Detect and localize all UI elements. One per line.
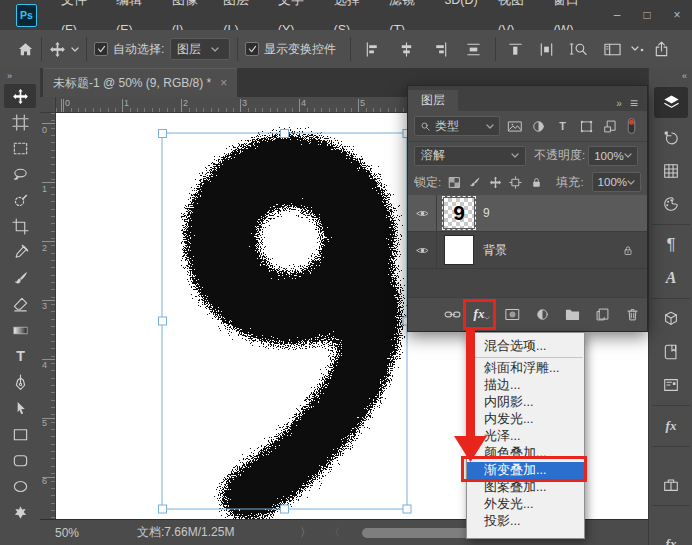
3d-panel-icon[interactable]: [654, 305, 688, 332]
auto-select-dropdown[interactable]: 图层: [170, 38, 230, 60]
layer-actions-bar: fx: [408, 297, 647, 330]
workspace-panel-icon[interactable]: [603, 41, 622, 58]
styles-panel-icon[interactable]: fx: [654, 412, 688, 439]
prev-chevron-icon[interactable]: 〈: [329, 525, 340, 540]
lock-row: 锁定: 填充: 100%: [408, 169, 647, 195]
layer-row-9[interactable]: 9 9: [408, 195, 647, 232]
ruler-number: 2: [183, 98, 188, 108]
move-tool-icon[interactable]: [49, 41, 66, 58]
layer-name[interactable]: 9: [483, 206, 490, 220]
lock-image-pixels-icon[interactable]: [467, 174, 483, 191]
blend-mode-dropdown[interactable]: 溶解: [414, 146, 526, 166]
delete-layer-trash-icon[interactable]: [621, 303, 643, 325]
visibility-eye-icon[interactable]: [408, 232, 437, 268]
tool-rounded-rectangle[interactable]: [4, 448, 36, 472]
filter-type-layers-icon[interactable]: T: [553, 117, 572, 136]
panel-menu-icon[interactable]: ≡: [630, 95, 638, 111]
distribute-horizontal-icon[interactable]: [538, 41, 555, 58]
zoom-level[interactable]: 50%: [55, 526, 79, 540]
tool-crop[interactable]: [4, 214, 36, 238]
filter-type-value: 类型: [435, 119, 459, 134]
tool-eyedropper[interactable]: [4, 240, 36, 264]
history-panel-icon[interactable]: [654, 124, 688, 151]
lock-all-icon[interactable]: [529, 174, 545, 191]
tool-custom-shape[interactable]: [4, 500, 36, 524]
align-horizontal-centers-icon[interactable]: [398, 41, 415, 58]
document-size-info: 文档:7.66M/1.25M: [137, 524, 234, 541]
tool-move[interactable]: [4, 84, 36, 108]
ruler-number: 0: [42, 125, 47, 135]
logo-text: Ps: [20, 9, 33, 21]
timeline-panel-icon[interactable]: [654, 471, 688, 498]
tool-quick-select[interactable]: [4, 188, 36, 212]
tool-brush[interactable]: [4, 266, 36, 290]
layers-panel-icon[interactable]: [654, 87, 688, 118]
align-top-edges-icon[interactable]: [507, 41, 524, 58]
layer-thumbnail[interactable]: [444, 235, 474, 265]
layer-thumbnail[interactable]: 9: [444, 198, 474, 228]
tool-marquee[interactable]: [4, 136, 36, 160]
filter-smart-objects-icon[interactable]: [601, 117, 620, 136]
auto-select-checkbox[interactable]: [94, 42, 108, 56]
libraries-panel-icon[interactable]: [654, 338, 688, 365]
tool-pen[interactable]: [4, 370, 36, 394]
chevron-down-icon[interactable]: [71, 47, 79, 52]
lock-artboard-icon[interactable]: [508, 174, 524, 191]
glyphs-panel-icon[interactable]: A: [654, 264, 688, 291]
divider: [86, 37, 87, 61]
properties-panel-icon[interactable]: [654, 371, 688, 398]
home-icon[interactable]: [17, 41, 34, 58]
add-layer-mask-icon[interactable]: [501, 303, 523, 325]
tool-lasso[interactable]: [4, 162, 36, 186]
ruler-number: 5: [360, 98, 365, 108]
link-layers-icon[interactable]: [441, 303, 463, 325]
tool-ellipse[interactable]: [4, 474, 36, 498]
tool-gradient[interactable]: [4, 318, 36, 342]
lock-transparent-pixels-icon[interactable]: [446, 174, 462, 191]
search-layers-icon[interactable]: [568, 40, 590, 58]
minimize-button[interactable]: –: [602, 1, 632, 29]
filter-shape-layers-icon[interactable]: [577, 117, 596, 136]
layer-row-background[interactable]: 背景: [408, 232, 647, 269]
filter-pixel-layers-icon[interactable]: [505, 117, 524, 136]
ruler-number: 0: [65, 98, 70, 108]
tool-eraser[interactable]: [4, 292, 36, 316]
next-chevron-icon[interactable]: 〉: [300, 525, 311, 540]
show-transform-checkbox[interactable]: [245, 42, 259, 56]
distribute-vertical-icon[interactable]: [465, 41, 482, 58]
filter-type-dropdown[interactable]: 类型: [414, 116, 500, 136]
chevron-dot-icon[interactable]: [631, 44, 645, 54]
panel-expand-icon[interactable]: »: [616, 98, 621, 109]
layers-panel: 图层 » ≡ 类型 T 溶解 不透明度: 100% 锁定:: [407, 85, 648, 332]
share-export-icon[interactable]: [653, 41, 670, 58]
tool-rectangle[interactable]: [4, 422, 36, 446]
toolbox-expand-icon[interactable]: »: [0, 68, 40, 82]
tool-type[interactable]: T: [4, 344, 36, 368]
align-right-edges-icon[interactable]: [432, 41, 449, 58]
menu-item-drop-shadow[interactable]: 投影...: [467, 513, 584, 530]
new-adjustment-layer-icon[interactable]: [531, 303, 553, 325]
tool-artboard[interactable]: [4, 110, 36, 134]
close-button[interactable]: ×: [662, 1, 692, 29]
document-tab[interactable]: 未标题-1 @ 50% (9, RGB/8) * ×: [43, 68, 237, 97]
opacity-dropdown[interactable]: 100%: [588, 146, 638, 166]
layers-tab[interactable]: 图层: [408, 90, 458, 111]
filter-adjustment-layers-icon[interactable]: [529, 117, 548, 136]
dock-collapse-icon[interactable]: «: [649, 68, 692, 81]
menu-item-outer-glow[interactable]: 外发光...: [467, 496, 584, 513]
lock-position-icon[interactable]: [487, 174, 503, 191]
grid-panel-icon[interactable]: [654, 157, 688, 184]
maximize-button[interactable]: □: [632, 1, 662, 29]
fill-dropdown[interactable]: 100%: [592, 172, 641, 192]
visibility-eye-icon[interactable]: [408, 195, 437, 231]
swatches-panel-icon[interactable]: [654, 190, 688, 217]
tab-close-icon[interactable]: ×: [220, 76, 227, 90]
filter-on-toggle[interactable]: [622, 117, 641, 136]
paragraph-panel-icon[interactable]: ¶: [654, 231, 688, 258]
new-group-folder-icon[interactable]: [561, 303, 583, 325]
tool-path-select[interactable]: [4, 396, 36, 420]
new-layer-icon[interactable]: [591, 303, 613, 325]
align-left-edges-icon[interactable]: [364, 41, 381, 58]
layer-name[interactable]: 背景: [483, 242, 507, 259]
effects-panel-icon[interactable]: fx: [654, 530, 688, 545]
